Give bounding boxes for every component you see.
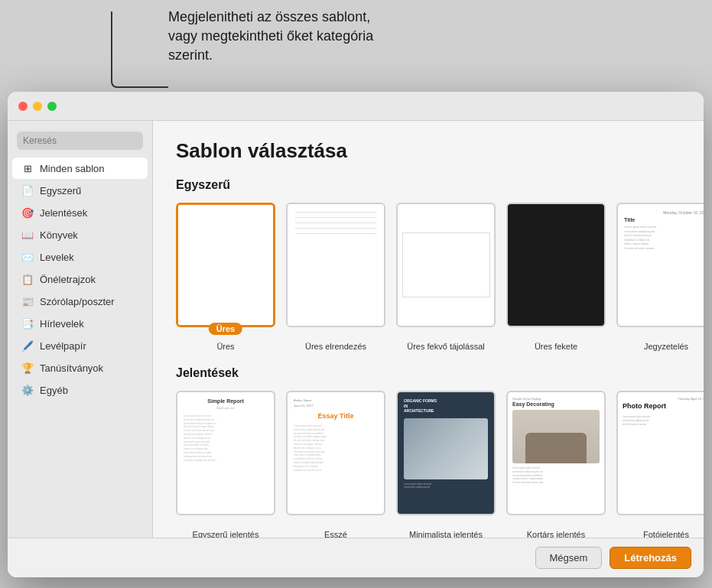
sidebar-item-egyeb[interactable]: ⚙️ Egyéb [12,379,148,401]
landscape-visual [402,232,490,297]
template-thumb-wrapper-ures-elrendezes [286,203,385,327]
contemporary-visual: Simple Home Styling Easy Decorating Lore… [508,392,604,489]
sidebar-item-levelpapir[interactable]: 🖊️ Levélpapír [12,335,148,356]
template-thumb-wrapper-minimalista-jelentes: ORGANIC FORMSINARCHITECTURE Lorem ipsum … [396,391,496,515]
arch-image [404,418,488,479]
search-input[interactable] [17,132,143,150]
template-item-ures-fekete[interactable]: Üres fekete [506,203,606,351]
line-2 [295,217,376,218]
page-title: Sablon választása [176,139,681,163]
template-item-ures-fekvő[interactable]: Üres fekvő tájolással [396,203,496,351]
line-3 [295,223,376,223]
hirlevelek-icon: 📑 [21,317,34,330]
template-thumb-wrapper-egyszeru-jelentes: Simple Report Subtitle goes here Lorem i… [176,391,275,515]
section-title-jelentesek: Jelentések [176,366,681,380]
levelek-icon: ✉️ [21,251,34,263]
sidebar-item-hirlevelek[interactable]: 📑 Hírlevelek [12,313,148,334]
template-thumb-ures-elrendezes [286,203,385,327]
sidebar-item-konyvek[interactable]: 📖 Könyvek [12,224,148,245]
simple-report-subtitle: Subtitle goes here [184,407,268,410]
simple-report-visual: Simple Report Subtitle goes here Lorem i… [177,392,274,468]
template-item-jegyzeteles[interactable]: Monday, October 16, 2017 Title Lorem ips… [616,203,704,351]
template-thumb-wrapper-fotojelentes: Tuesday, April 10, 2022 Photo Report Lor… [616,391,704,515]
template-label-minimalista-jelentes: Minimalista jelentés [409,530,483,538]
sidebar-item-levelek[interactable]: ✉️ Levelek [12,246,148,268]
photo-report-title: Photo Report [623,402,704,410]
template-thumb-jegyzeteles: Monday, October 16, 2017 Title Lorem ips… [616,203,704,327]
szorolap-label: Szórólap/poszter [40,296,115,307]
main-panel: Sablon választása Egyszerű Üres Üres [153,121,704,538]
minimalist-title: ORGANIC FORMSINARCHITECTURE [404,398,488,414]
sidebar-item-egyszeru[interactable]: 📄 Egyszerű [12,180,148,201]
essay-author: Author Name [294,398,378,402]
callout-line [111,11,168,88]
template-item-essze[interactable]: Author Name June 01, 2017 Essay Title Lo… [286,391,385,538]
template-thumb-egyszeru-jelentes: Simple Report Subtitle goes here Lorem i… [176,391,275,515]
simple-report-body: Lorem ipsum dolor sit amet consectetur a… [184,414,268,462]
sidebar-item-oneletrajzok[interactable]: 📋 Önéletrajzok [12,268,148,290]
notes-line-6: Ut enim ad minim veniam [624,247,704,252]
create-button[interactable]: Létrehozás [610,547,691,569]
template-thumb-minimalista-jelentes: ORGANIC FORMSINARCHITECTURE Lorem ipsum … [396,391,496,515]
traffic-lights [18,102,57,111]
blank-page-visual [178,205,273,325]
title-bar [8,92,704,121]
sidebar-item-szorolap[interactable]: 📰 Szórólap/poszter [12,291,148,312]
section-title-egyszeru: Egyszerű [176,178,681,192]
template-label-ures-fekete: Üres fekete [535,342,577,351]
template-label-ures: Üres [216,342,234,351]
template-item-ures[interactable]: Üres Üres [176,203,275,351]
template-label-ures-fekvő: Üres fekvő tájolással [407,342,485,351]
sofa-shape [525,433,587,463]
bottom-bar: Mégsem Létrehozás [8,538,704,577]
levelpapir-label: Levélpapír [40,340,86,352]
contemporary-title: Easy Decorating [512,401,600,407]
template-item-ures-elrendezes[interactable]: Üres elrendezés [286,203,385,351]
template-item-fotojelentes[interactable]: Tuesday, April 10, 2022 Photo Report Lor… [616,391,704,538]
egyszeru-template-grid: Üres Üres [176,203,681,351]
notes-visual: Monday, October 16, 2017 Title Lorem ips… [618,204,704,258]
contemporary-header: Simple Home Styling [512,397,600,401]
szorolap-icon: 📰 [21,295,34,307]
template-thumb-wrapper-kortars-jelentes: Simple Home Styling Easy Decorating Lore… [506,391,606,515]
essay-visual: Author Name June 01, 2017 Essay Title Lo… [288,392,384,478]
lined-page-visual [288,204,384,326]
jelentesek-icon: 🎯 [21,206,34,219]
sidebar-item-tanusitvanyok[interactable]: 🏆 Tanúsítványok [12,357,148,378]
template-thumb-wrapper-essze: Author Name June 01, 2017 Essay Title Lo… [286,391,385,515]
template-thumb-wrapper-ures: Üres [176,203,275,327]
simple-report-title: Simple Report [184,398,268,404]
konyvek-label: Könyvek [40,229,78,241]
maximize-button[interactable] [47,102,57,111]
minden-sablon-icon: ⊞ [21,162,34,174]
minimalist-visual: ORGANIC FORMSINARCHITECTURE Lorem ipsum … [398,392,494,495]
minden-sablon-label: Minden sablon [40,163,105,174]
konyvek-icon: 📖 [21,229,34,241]
template-thumb-essze: Author Name June 01, 2017 Essay Title Lo… [286,391,385,515]
template-item-minimalista-jelentes[interactable]: ORGANIC FORMSINARCHITECTURE Lorem ipsum … [396,391,496,538]
levelpapir-icon: 🖊️ [21,339,34,352]
template-item-kortars-jelentes[interactable]: Simple Home Styling Easy Decorating Lore… [506,391,606,538]
egyeb-label: Egyéb [40,385,68,396]
template-thumb-wrapper-jegyzeteles: Monday, October 16, 2017 Title Lorem ips… [616,203,704,327]
sidebar-item-minden-sablon[interactable]: ⊞ Minden sablon [12,158,148,179]
oneletrajzok-icon: 📋 [21,273,34,285]
egyeb-icon: ⚙️ [21,384,34,396]
template-thumb-wrapper-ures-fekvő [396,203,496,327]
tanusitvanyok-icon: 🏆 [21,362,34,374]
tooltip-text: Megjelenitheti az összes sablont, vagy m… [168,8,382,66]
template-thumb-ures-fekete [506,203,606,327]
egyszeru-label: Egyszerű [40,185,81,197]
template-item-egyszeru-jelentes[interactable]: Simple Report Subtitle goes here Lorem i… [176,391,275,538]
sidebar-search-container [8,127,152,154]
cancel-button[interactable]: Mégsem [535,547,603,569]
minimize-button[interactable] [33,102,42,111]
template-thumb-ures [176,203,275,327]
line-4 [295,228,376,229]
sidebar-item-jelentesek[interactable]: 🎯 Jelentések [12,202,148,223]
template-label-kortars-jelentes: Kortárs jelentés [527,530,585,538]
line-1 [295,212,376,213]
essay-title: Essay Title [294,412,378,420]
minimalist-body: Lorem ipsum dolor sit amet consectetur a… [404,482,488,490]
close-button[interactable] [18,102,28,111]
